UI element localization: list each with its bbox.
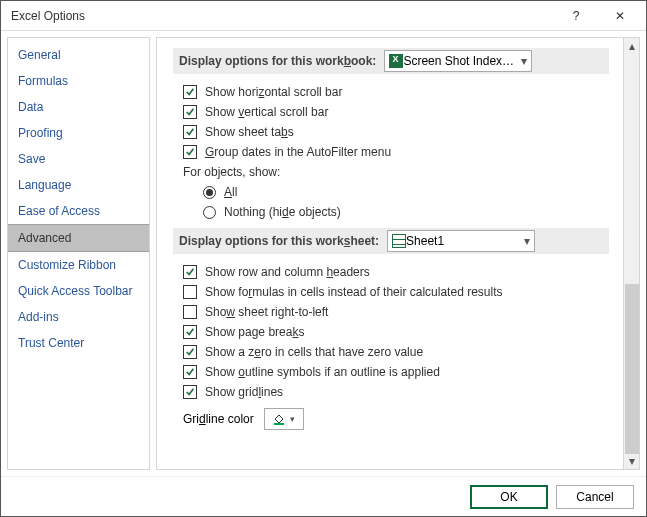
sidebar-item-save[interactable]: Save [8, 146, 149, 172]
scroll-down-icon[interactable]: ▾ [624, 453, 640, 469]
sidebar-item-ease-of-access[interactable]: Ease of Access [8, 198, 149, 224]
sidebar-item-language[interactable]: Language [8, 172, 149, 198]
checkbox-icon [183, 145, 197, 159]
option-vertical-scroll[interactable]: Show vertical scroll bar [173, 102, 609, 122]
content-wrap: Display options for this workbook: Scree… [156, 37, 640, 470]
option-row-col-headers[interactable]: Show row and column headers [173, 262, 609, 282]
sidebar-item-add-ins[interactable]: Add-ins [8, 304, 149, 330]
checkbox-icon [183, 105, 197, 119]
dialog-body: General Formulas Data Proofing Save Lang… [1, 31, 646, 476]
gridline-color-label: Gridline color [183, 412, 254, 426]
close-button[interactable]: ✕ [598, 2, 642, 30]
checkbox-icon [183, 365, 197, 379]
section-header-workbook-label: Display options for this workbook: [179, 54, 376, 68]
checkbox-icon [183, 325, 197, 339]
sidebar-item-advanced[interactable]: Advanced [8, 224, 149, 252]
checkbox-icon [183, 305, 197, 319]
checkbox-icon [183, 265, 197, 279]
chevron-down-icon: ▾ [520, 234, 530, 248]
option-gridline-color: Gridline color ▾ [173, 402, 609, 434]
gridline-color-picker[interactable]: ▾ [264, 408, 304, 430]
paint-bucket-icon [272, 413, 286, 425]
sidebar-item-formulas[interactable]: Formulas [8, 68, 149, 94]
window-title: Excel Options [11, 9, 554, 23]
checkbox-icon [183, 85, 197, 99]
checkbox-icon [183, 125, 197, 139]
section-header-workbook: Display options for this workbook: Scree… [173, 48, 609, 74]
checkbox-icon [183, 285, 197, 299]
ok-button[interactable]: OK [470, 485, 548, 509]
workbook-combo-value: Screen Shot Index.x… [403, 54, 517, 68]
worksheet-combo[interactable]: Sheet1 ▾ [387, 230, 535, 252]
sidebar: General Formulas Data Proofing Save Lang… [7, 37, 150, 470]
excel-sheet-icon [392, 234, 406, 248]
checkbox-icon [183, 385, 197, 399]
cancel-button[interactable]: Cancel [556, 485, 634, 509]
svg-rect-0 [274, 423, 284, 425]
option-horizontal-scroll[interactable]: Show horizontal scroll bar [173, 82, 609, 102]
section-header-worksheet: Display options for this worksheet: Shee… [173, 228, 609, 254]
for-objects-label: For objects, show: [173, 162, 609, 182]
sidebar-item-general[interactable]: General [8, 42, 149, 68]
sidebar-item-quick-access-toolbar[interactable]: Quick Access Toolbar [8, 278, 149, 304]
option-page-breaks[interactable]: Show page breaks [173, 322, 609, 342]
worksheet-combo-value: Sheet1 [406, 234, 520, 248]
section-header-worksheet-label: Display options for this worksheet: [179, 234, 379, 248]
workbook-combo[interactable]: Screen Shot Index.x… ▾ [384, 50, 532, 72]
option-outline-symbols[interactable]: Show outline symbols if an outline is ap… [173, 362, 609, 382]
scroll-up-icon[interactable]: ▴ [624, 38, 640, 54]
sidebar-item-trust-center[interactable]: Trust Center [8, 330, 149, 356]
radio-all[interactable]: All [173, 182, 609, 202]
option-gridlines[interactable]: Show gridlines [173, 382, 609, 402]
excel-workbook-icon [389, 54, 403, 68]
option-rtl[interactable]: Show sheet right-to-left [173, 302, 609, 322]
option-zero-values[interactable]: Show a zero in cells that have zero valu… [173, 342, 609, 362]
content: Display options for this workbook: Scree… [157, 38, 623, 469]
radio-nothing[interactable]: Nothing (hide objects) [173, 202, 609, 222]
sidebar-item-data[interactable]: Data [8, 94, 149, 120]
titlebar: Excel Options ? ✕ [1, 1, 646, 31]
scroll-thumb[interactable] [625, 284, 639, 454]
option-sheet-tabs[interactable]: Show sheet tabs [173, 122, 609, 142]
radio-icon [203, 186, 216, 199]
sidebar-item-proofing[interactable]: Proofing [8, 120, 149, 146]
option-group-dates[interactable]: Group dates in the AutoFilter menu [173, 142, 609, 162]
chevron-down-icon: ▾ [517, 54, 527, 68]
vertical-scrollbar[interactable]: ▴ ▾ [623, 38, 639, 469]
chevron-down-icon: ▾ [290, 414, 295, 424]
footer: OK Cancel [1, 476, 646, 516]
help-button[interactable]: ? [554, 2, 598, 30]
sidebar-item-customize-ribbon[interactable]: Customize Ribbon [8, 252, 149, 278]
checkbox-icon [183, 345, 197, 359]
radio-icon [203, 206, 216, 219]
option-show-formulas[interactable]: Show formulas in cells instead of their … [173, 282, 609, 302]
